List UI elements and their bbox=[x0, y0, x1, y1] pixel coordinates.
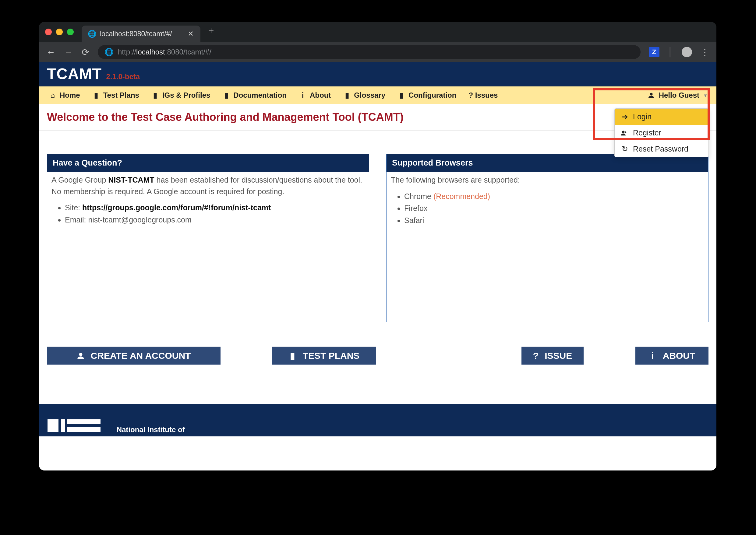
new-tab-button[interactable]: ＋ bbox=[206, 24, 216, 37]
app-title: TCAMT bbox=[47, 65, 102, 83]
nist-logo bbox=[47, 419, 108, 432]
panel-question-body: A Google Group NIST-TCAMT has been estab… bbox=[47, 172, 369, 230]
forward-button[interactable]: → bbox=[64, 47, 73, 57]
reload-button[interactable]: ⟳ bbox=[82, 47, 89, 58]
footer: National Institute of bbox=[39, 404, 716, 436]
issue-button[interactable]: ? ISSUE bbox=[522, 347, 584, 365]
panel-browsers-body: The following browsers are supported: Ch… bbox=[386, 172, 708, 230]
chevron-down-icon: ▾ bbox=[704, 93, 707, 98]
svg-rect-6 bbox=[67, 427, 101, 432]
question-icon: ? bbox=[533, 351, 538, 361]
close-window-icon[interactable] bbox=[45, 29, 52, 35]
extension-badge[interactable]: Z bbox=[649, 47, 659, 57]
back-button[interactable]: ← bbox=[46, 47, 55, 57]
toolbar: ← → ⟳ 🌐 http://localhost:8080/tcamt/#/ Z… bbox=[39, 42, 716, 62]
nav-about[interactable]: iAbout bbox=[299, 91, 331, 99]
close-tab-icon[interactable]: ✕ bbox=[188, 30, 194, 38]
info-panels: Have a Question? A Google Group NIST-TCA… bbox=[39, 130, 716, 322]
login-icon: ➜ bbox=[621, 112, 629, 121]
file-icon: ▮ bbox=[398, 91, 406, 99]
info-icon: i bbox=[299, 91, 307, 99]
browser-window: 🌐 localhost:8080/tcamt/#/ ✕ ＋ ← → ⟳ 🌐 ht… bbox=[39, 22, 716, 470]
address-bar[interactable]: 🌐 http://localhost:8080/tcamt/#/ bbox=[98, 45, 641, 59]
nav-home[interactable]: ⌂Home bbox=[49, 91, 80, 99]
panel-browsers: Supported Browsers The following browser… bbox=[386, 154, 709, 322]
info-icon: i bbox=[649, 351, 657, 361]
nav-test-plans[interactable]: ▮Test Plans bbox=[92, 91, 139, 99]
url-scheme: http:// bbox=[118, 48, 136, 56]
browser-safari: Safari bbox=[404, 215, 704, 226]
menu-reset-password[interactable]: ↻ Reset Password bbox=[615, 141, 709, 157]
window-controls bbox=[45, 22, 74, 42]
book-icon: ▮ bbox=[151, 91, 159, 99]
svg-point-1 bbox=[622, 130, 624, 133]
main-nav: ⌂Home ▮Test Plans ▮IGs & Profiles ▮Docum… bbox=[39, 86, 716, 104]
user-menu[interactable]: Hello Guest ▾ ➜ Login Register bbox=[648, 91, 707, 99]
file-icon: ▮ bbox=[343, 91, 351, 99]
maximize-window-icon[interactable] bbox=[67, 29, 74, 35]
menu-login[interactable]: ➜ Login bbox=[615, 109, 709, 125]
svg-rect-5 bbox=[67, 419, 101, 424]
user-plus-icon bbox=[621, 130, 629, 136]
browser-menu-icon[interactable]: ⋮ bbox=[701, 47, 709, 57]
home-icon: ⌂ bbox=[49, 91, 57, 99]
svg-rect-3 bbox=[47, 419, 58, 432]
browser-chrome: Chrome (Recommended) bbox=[404, 191, 704, 202]
nav-configuration[interactable]: ▮Configuration bbox=[398, 91, 456, 99]
user-greeting: Hello Guest bbox=[659, 91, 699, 99]
profile-avatar[interactable] bbox=[682, 47, 692, 57]
action-buttons: CREATE AN ACCOUNT ▮ TEST PLANS ? ISSUE i… bbox=[39, 322, 716, 365]
browser-tab[interactable]: 🌐 localhost:8080/tcamt/#/ ✕ bbox=[82, 26, 200, 42]
google-group-link[interactable]: https://groups.google.com/forum/#!forum/… bbox=[82, 203, 271, 212]
user-icon bbox=[77, 352, 85, 360]
svg-point-2 bbox=[79, 353, 82, 356]
nav-igs-profiles[interactable]: ▮IGs & Profiles bbox=[151, 91, 210, 99]
browser-firefox: Firefox bbox=[404, 203, 704, 214]
divider: │ bbox=[668, 47, 674, 57]
url-host: localhost bbox=[136, 48, 165, 56]
user-dropdown: ➜ Login Register ↻ Reset Password bbox=[614, 108, 709, 157]
site-info-icon[interactable]: 🌐 bbox=[105, 48, 112, 56]
svg-rect-4 bbox=[61, 419, 65, 432]
menu-register[interactable]: Register bbox=[615, 125, 709, 141]
panel-question: Have a Question? A Google Group NIST-TCA… bbox=[47, 154, 369, 322]
test-plans-button[interactable]: ▮ TEST PLANS bbox=[272, 347, 376, 365]
nav-issues[interactable]: ? Issues bbox=[469, 91, 498, 99]
tab-strip: 🌐 localhost:8080/tcamt/#/ ✕ ＋ bbox=[39, 22, 716, 42]
hero-banner: TCAMT 2.1.0-beta bbox=[39, 62, 716, 86]
create-account-button[interactable]: CREATE AN ACCOUNT bbox=[47, 347, 221, 365]
question-site: Site: https://groups.google.com/forum/#!… bbox=[65, 202, 365, 213]
nav-documentation[interactable]: ▮Documentation bbox=[222, 91, 287, 99]
minimize-window-icon[interactable] bbox=[56, 29, 63, 35]
nav-glossary[interactable]: ▮Glossary bbox=[343, 91, 385, 99]
page: TCAMT 2.1.0-beta ⌂Home ▮Test Plans ▮IGs … bbox=[39, 62, 716, 470]
refresh-icon: ↻ bbox=[621, 145, 629, 154]
user-icon bbox=[648, 92, 656, 99]
app-version: 2.1.0-beta bbox=[106, 72, 140, 81]
tab-title: localhost:8080/tcamt/#/ bbox=[100, 30, 172, 38]
file-icon: ▮ bbox=[222, 91, 230, 99]
book-icon: ▮ bbox=[92, 91, 100, 99]
footer-text: National Institute of bbox=[117, 425, 185, 434]
globe-icon: 🌐 bbox=[88, 30, 96, 38]
question-email: Email: nist-tcamt@googlegroups.com bbox=[65, 214, 365, 226]
panel-question-title: Have a Question? bbox=[47, 154, 369, 172]
about-button[interactable]: i ABOUT bbox=[635, 347, 709, 365]
svg-point-0 bbox=[650, 93, 652, 96]
book-icon: ▮ bbox=[289, 350, 297, 361]
